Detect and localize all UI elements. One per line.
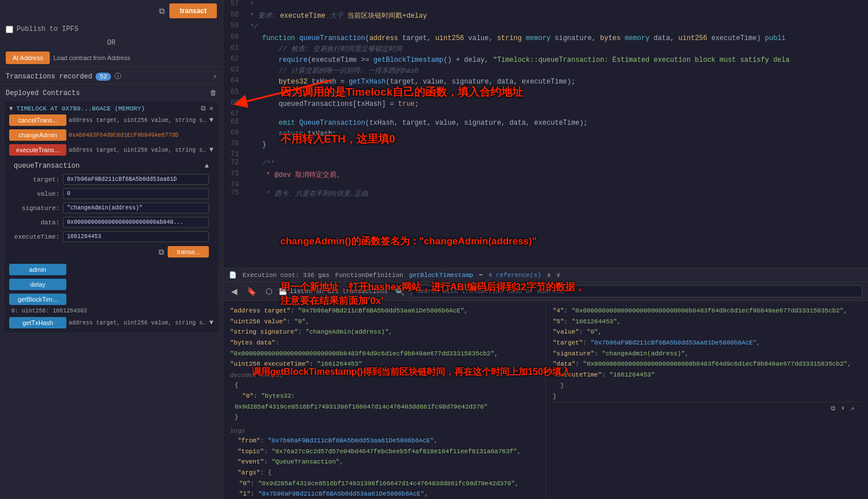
queue-tx-collapse[interactable]: ▲ [205,162,209,170]
queue-copy-icon[interactable]: ⧉ [158,247,164,257]
data-field-row: data: [14,215,209,229]
tx-panel: ◀ 🔖 ⬡ listen on all transactions 🔍 "addr… [223,282,868,499]
listen-checkbox[interactable] [279,288,287,295]
log-value-field: "value": "0", [553,327,861,338]
get-block-time-result: 0: uint256: 1661264303 [9,307,213,315]
get-tx-hash-row: getTxHash address target, uint256 value,… [9,315,213,330]
queue-transact-button[interactable]: transa... [168,246,209,258]
execute-time-field-row: executeTime: [14,229,209,244]
value-input[interactable] [63,188,209,199]
trash-icon[interactable]: 🗑 [210,89,217,97]
or-row: OR [0,37,223,49]
code-line-57: 57 * [223,0,868,11]
get-tx-hash-button[interactable]: getTxHash [9,317,66,328]
signature-input[interactable] [63,203,209,213]
log-target-field: "target": "0x7b96aF9Bd211cBf6BA5b0dd53aa… [553,338,861,348]
address-target-line: "address target": "0x7b96aF9Bd211cBf6BA5… [230,306,538,316]
search-input[interactable] [411,285,862,298]
code-line-70: 70 } [223,140,868,151]
code-line-68: 68 emit QueueTransaction(txHash, target,… [223,118,868,129]
data-label: data: [14,219,60,226]
search-icon[interactable]: 🔍 [393,286,407,297]
right-panel: 57 * 58 * 要求: executeTime 大于 当前区块链时间戳+de… [223,0,868,499]
log-data-field: "data": "0x00000000000000000000000000b84… [553,359,861,370]
tx-download-icon[interactable]: ⬇ [841,405,845,412]
target-label: target: [14,176,60,183]
signature-label: signature: [14,205,60,212]
code-area: 57 * 58 * 要求: executeTime 大于 当前区块链时间戳+de… [223,0,868,282]
fn-arrow-icon: ➡ [479,271,483,279]
code-line-73: 73 * @dev 取消特定交易。 [223,170,868,181]
log-arg-0: "0": "0x9d285af4319ce8516bf174931396f166… [230,478,538,489]
publish-checkbox[interactable] [6,26,13,33]
transactions-row: Transactions recorded 52 ⓘ › [0,66,223,84]
chevron-down-icon[interactable]: ▼ [9,105,13,112]
admin-row: admin [9,262,213,277]
execute-trans-row: executeTrans... address target, uint256 … [9,142,213,157]
code-line-74: 74 [223,181,868,189]
code-table: 57 * 58 * 要求: executeTime 大于 当前区块链时间戳+de… [223,0,868,200]
signature-field-row: signature: [14,201,209,215]
ref-collapse-icon[interactable]: ∧ [547,271,551,279]
log-close: } [553,391,861,402]
change-admin-row: changeAdmin 0xAb8483F64d9C6d1EcF9b849Ae6… [9,128,213,142]
bytes-data-line: "bytes data": "0x00000000000000000000000… [230,338,538,359]
tx-content: "address target": "0x7b96aF9Bd211cBf6BA5… [223,301,868,499]
log-event-line: "event": "QueueTransaction", [230,457,538,468]
queue-transaction-section: queueTransaction ▲ target: value: signat… [9,157,213,262]
string-sig-line: "string signature": "changeAdmin(address… [230,327,538,338]
execute-time-input[interactable] [63,231,209,242]
code-line-63: 63 // 计算交易的唯一识别符: 一排东西的hash [223,66,868,77]
cancel-trans-button[interactable]: cancelTrans... [9,114,66,126]
publish-row: Publish to IPFS [0,22,223,37]
contract-copy-icon[interactable]: ⧉ [201,105,206,113]
publish-checkbox-label[interactable]: Publish to IPFS [6,25,78,33]
admin-button[interactable]: admin [9,264,66,275]
copy-icon-btn[interactable]: ⧉ [159,6,165,16]
fn-name: getBlockTimestamp [409,272,473,279]
contract-close-icon[interactable]: ✕ [209,104,213,113]
tx-scroll-left-icon[interactable]: ◀ [229,286,240,297]
execute-trans-expand[interactable]: ▼ [209,146,213,154]
execute-trans-button[interactable]: executeTrans... [9,144,66,156]
log-arg-4: "4": "0x0000000000000000000000000000b848… [553,306,861,316]
delay-row: delay [9,277,213,292]
tx-bottom-icons: ⧉ ⬇ ↗ [553,402,861,414]
transactions-expand-arrow[interactable]: › [213,73,217,81]
transact-button-top[interactable]: transact [169,3,217,18]
decoded-label: decoded output [230,370,538,380]
tx-copy-icon[interactable]: ⧉ [831,405,835,412]
change-admin-button[interactable]: changeAdmin [9,129,66,141]
log-arg-5: "5": "1661264453", [553,316,861,327]
get-block-time-button[interactable]: getBlockTim... [9,294,66,305]
code-line-62: 62 require(executeTime >= getBlockTimest… [223,55,868,66]
target-input[interactable] [63,174,209,185]
transactions-label: Transactions recorded [6,73,92,81]
tx-bookmark-icon[interactable]: 🔖 [244,286,259,297]
uint256-execute-time-line: "uint256 executeTime": "1661264453" [230,359,538,370]
code-scroll[interactable]: 57 * 58 * 要求: executeTime 大于 当前区块链时间戳+de… [223,0,868,268]
address-row: At Address Load contract from Address [0,49,223,66]
deployed-contracts-label: Deployed Contracts [6,89,80,97]
ref-expand-icon[interactable]: ∨ [557,271,561,279]
exec-bar: 📄 Execution cost: 336 gas FunctionDefini… [223,268,868,282]
at-address-button[interactable]: At Address [6,52,50,64]
code-line-71: 71 [223,151,868,159]
tx-left: "address target": "0x7b96aF9Bd211cBf6BA5… [223,301,545,499]
code-line-58: 58 * 要求: executeTime 大于 当前区块链时间戳+delay [223,11,868,22]
delay-button[interactable]: delay [9,279,66,290]
decoded-content: { "0": "bytes32: 0x9d285af4319ce8516bf17… [230,380,538,423]
deployed-contracts-header: Deployed Contracts 🗑 [0,84,223,100]
load-contract-button[interactable]: Load contract from Address [53,54,130,61]
contract-item: ▼ TIMELOCK AT 0X7B9...B6ACE (MEMORY) ⧉ ✕… [5,102,218,332]
tx-share-icon[interactable]: ↗ [850,405,854,412]
contract-title: TIMELOCK AT 0X7B9...B6ACE (MEMORY) [17,105,197,112]
data-input[interactable] [63,217,209,228]
transact-row: ⧉ transa... [14,244,209,260]
tx-stop-icon[interactable]: ⬡ [263,286,275,297]
get-tx-hash-expand[interactable]: ▼ [209,319,213,327]
cancel-trans-expand[interactable]: ▼ [209,116,213,124]
ref-link[interactable]: 4 reference(s) [489,272,541,279]
listen-checkbox-label[interactable]: listen on all transactions [279,288,388,295]
target-field-row: target: [14,172,209,187]
